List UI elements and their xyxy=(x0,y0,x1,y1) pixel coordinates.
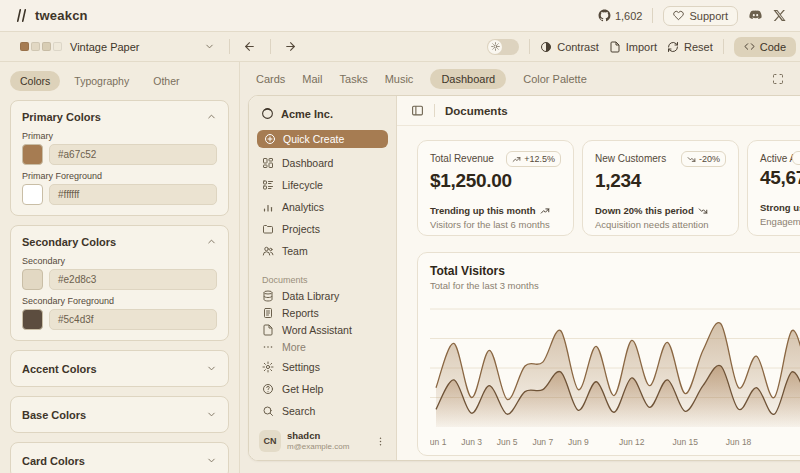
list-icon xyxy=(262,179,274,191)
star-count: 1,602 xyxy=(615,10,643,22)
dashboard-icon xyxy=(262,157,274,169)
stat-value: 1,234 xyxy=(595,170,726,192)
fullscreen-button[interactable] xyxy=(772,73,784,85)
plus-circle-icon xyxy=(264,133,276,145)
sidebar-toggle-button[interactable] xyxy=(411,104,424,117)
color-swatch-secondary-foreground[interactable] xyxy=(22,309,43,330)
nav-item-get-help[interactable]: Get Help xyxy=(257,378,388,400)
trend-badge: +12.5% xyxy=(506,151,561,167)
contrast-icon xyxy=(540,41,552,53)
tab-cards[interactable]: Cards xyxy=(256,73,285,85)
editor-tabs: Colors Typography Other xyxy=(10,71,229,91)
tab-tasks[interactable]: Tasks xyxy=(340,73,368,85)
nav-label: Reports xyxy=(282,307,319,319)
theme-swatches xyxy=(20,42,62,51)
github-icon xyxy=(598,9,611,22)
divider xyxy=(529,39,530,54)
tab-typography[interactable]: Typography xyxy=(64,71,139,91)
theme-preset-select[interactable]: Vintage Paper xyxy=(14,39,221,55)
nav-item-search[interactable]: Search xyxy=(257,400,388,422)
color-swatch-primary[interactable] xyxy=(22,144,43,165)
database-icon xyxy=(262,290,274,302)
tab-mail[interactable]: Mail xyxy=(302,73,322,85)
field-label: Secondary xyxy=(22,256,217,266)
stat-card-new-customers: New Customers -20% 1,234 Down 20% this p… xyxy=(582,140,739,236)
toggle-knob xyxy=(488,40,502,54)
divider xyxy=(229,39,230,54)
stat-value: $1,250.00 xyxy=(430,170,561,192)
file-icon xyxy=(262,324,274,336)
color-swatch-primary-foreground[interactable] xyxy=(22,184,43,205)
field-label: Primary xyxy=(22,131,217,141)
hex-input-secondary-foreground[interactable]: #5c4d3f xyxy=(49,309,217,330)
contrast-button[interactable]: Contrast xyxy=(540,41,599,53)
support-button[interactable]: Support xyxy=(663,6,738,26)
section-title: Secondary Colors xyxy=(22,236,116,248)
undo-button[interactable] xyxy=(238,37,262,57)
field-label: Primary Foreground xyxy=(22,171,217,181)
reset-button[interactable]: Reset xyxy=(667,41,713,53)
nav-item-word-assistant[interactable]: Word Assistant xyxy=(257,322,388,339)
users-icon xyxy=(262,245,274,257)
theme-toolbar: Vintage Paper Contrast xyxy=(0,32,800,62)
chevron-down-icon xyxy=(206,363,217,374)
nav-item-more[interactable]: More xyxy=(257,339,388,356)
section-base-colors[interactable]: Base Colors xyxy=(10,396,229,433)
section-primary-header[interactable]: Primary Colors xyxy=(22,108,217,125)
brand[interactable]: tweakcn xyxy=(14,8,88,23)
dots-icon xyxy=(262,341,274,353)
section-card-colors[interactable]: Card Colors xyxy=(10,442,229,473)
visitors-area-chart[interactable]: Jun 1Jun 3Jun 5Jun 7Jun 9Jun 12Jun 15Jun… xyxy=(430,299,800,451)
nav-item-data-library[interactable]: Data Library xyxy=(257,287,388,304)
nav-item-analytics[interactable]: Analytics xyxy=(257,196,388,218)
app-window: tweakcn 1,602 Support xyxy=(0,0,800,473)
nav-item-reports[interactable]: Reports xyxy=(257,304,388,321)
github-stars[interactable]: 1,602 xyxy=(598,9,643,22)
import-button[interactable]: Import xyxy=(609,41,657,53)
nav-label: Analytics xyxy=(282,201,324,213)
stat-footer-sub: Visitors for the last 6 months xyxy=(430,218,561,232)
redo-button[interactable] xyxy=(279,37,303,57)
theme-mode-toggle[interactable] xyxy=(487,39,519,55)
color-swatch-secondary[interactable] xyxy=(22,269,43,290)
svg-text:Jun 3: Jun 3 xyxy=(461,437,482,447)
hex-input-primary[interactable]: #a67c52 xyxy=(49,144,217,165)
tab-color-palette[interactable]: Color Palette xyxy=(523,73,587,85)
trending-down-icon xyxy=(698,206,708,216)
nav-item-dashboard[interactable]: Dashboard xyxy=(257,152,388,174)
nav-item-team[interactable]: Team xyxy=(257,240,388,262)
report-icon xyxy=(262,307,274,319)
nav-item-settings[interactable]: Settings xyxy=(257,356,388,378)
hex-input-primary-foreground[interactable]: #ffffff xyxy=(49,184,217,205)
section-accent-colors[interactable]: Accent Colors xyxy=(10,350,229,387)
badge-value: -20% xyxy=(699,154,720,164)
trending-up-icon xyxy=(540,206,550,216)
section-secondary-header[interactable]: Secondary Colors xyxy=(22,233,217,250)
nav-item-projects[interactable]: Projects xyxy=(257,218,388,240)
code-button[interactable]: Code xyxy=(734,37,796,57)
nav-item-lifecycle[interactable]: Lifecycle xyxy=(257,174,388,196)
tab-music[interactable]: Music xyxy=(385,73,414,85)
x-twitter-button[interactable] xyxy=(773,9,786,22)
folder-icon xyxy=(262,223,274,235)
gear-icon xyxy=(262,361,274,373)
nav-label: Settings xyxy=(282,361,320,373)
org-switcher[interactable]: Acme Inc. xyxy=(257,105,388,120)
quick-create-button[interactable]: Quick Create xyxy=(257,130,388,148)
panel-left-icon xyxy=(411,104,424,117)
svg-text:Jun 1: Jun 1 xyxy=(430,437,447,447)
divider xyxy=(434,104,435,117)
divider xyxy=(723,39,724,54)
tab-other[interactable]: Other xyxy=(143,71,189,91)
tab-colors[interactable]: Colors xyxy=(10,71,60,91)
stat-value: 45,678 xyxy=(760,167,800,189)
discord-button[interactable] xyxy=(748,8,763,23)
contrast-label: Contrast xyxy=(557,41,599,53)
hex-input-secondary[interactable]: #e2d8c3 xyxy=(49,269,217,290)
field-label: Secondary Foreground xyxy=(22,296,217,306)
user-menu[interactable]: CN shadcn m@example.com xyxy=(257,428,388,452)
nav-label: Lifecycle xyxy=(282,179,323,191)
tab-dashboard[interactable]: Dashboard xyxy=(430,69,506,89)
stat-card-active-accounts: Active Accounts 45,678 Strong user reten… xyxy=(747,140,800,236)
nav-label: Projects xyxy=(282,223,320,235)
